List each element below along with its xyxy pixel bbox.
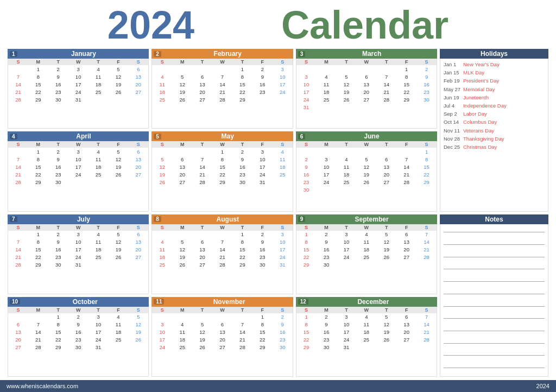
- day-cell: 23: [296, 178, 317, 186]
- day-header: M: [172, 224, 192, 231]
- day-header: T: [48, 141, 68, 148]
- day-cell: 20: [356, 88, 376, 96]
- day-cell: [68, 178, 89, 186]
- day-header: T: [376, 59, 396, 65]
- day-cell: [416, 344, 437, 351]
- day-cell: 7: [212, 238, 232, 246]
- holiday-name: New Year's Day: [463, 60, 500, 68]
- day-header: T: [48, 224, 68, 231]
- day-cell: [152, 65, 172, 73]
- month-march: 3MarchSMTWTFS123456789101112131415161718…: [296, 49, 437, 129]
- day-header: T: [376, 224, 396, 231]
- month-header-april: 4April: [8, 131, 149, 141]
- day-cell: 30: [416, 96, 437, 103]
- day-cell: 19: [109, 163, 129, 170]
- month-grid: SMTWTFS123456789101112131415161718192021…: [8, 307, 149, 377]
- holiday-date: Jul 4: [444, 102, 461, 110]
- day-cell: 1: [252, 313, 273, 321]
- day-cell: 28: [416, 336, 437, 344]
- month-header-october: 10October: [8, 297, 149, 307]
- day-cell: 27: [128, 254, 148, 261]
- day-cell: 11: [336, 163, 356, 170]
- day-cell: [8, 231, 28, 238]
- day-cell: 1: [48, 313, 68, 321]
- day-cell: [336, 261, 356, 269]
- day-cell: 12: [172, 80, 192, 88]
- day-cell: [396, 344, 416, 351]
- day-header: S: [273, 141, 293, 148]
- day-header: T: [232, 307, 252, 313]
- day-cell: 31: [68, 96, 89, 103]
- day-header: S: [8, 224, 28, 231]
- day-cell: 17: [273, 246, 293, 254]
- holiday-date: Nov 11: [444, 127, 461, 135]
- notes-header: Notes: [440, 214, 548, 224]
- day-cell: 21: [212, 88, 232, 96]
- day-header: T: [336, 141, 356, 148]
- day-cell: [296, 148, 317, 155]
- day-cell: 28: [212, 96, 232, 103]
- day-cell: 24: [317, 178, 337, 186]
- day-header: S: [152, 224, 172, 231]
- day-cell: [396, 103, 416, 111]
- month-number: 4: [10, 134, 17, 140]
- day-cell: 19: [356, 170, 376, 178]
- day-header: T: [48, 307, 68, 313]
- day-header: S: [128, 141, 148, 148]
- day-cell: 29: [252, 344, 273, 351]
- day-cell: 25: [356, 254, 376, 261]
- day-cell: 11: [89, 155, 109, 163]
- month-grid: SMTWTFS123456789101112131415161718192021…: [8, 224, 149, 294]
- day-cell: 11: [89, 73, 109, 80]
- day-cell: [212, 65, 232, 73]
- holiday-name: Independence Day: [463, 102, 507, 110]
- day-cell: 30: [48, 178, 68, 186]
- day-cell: 16: [252, 80, 273, 88]
- day-cell: 25: [89, 254, 109, 261]
- day-cell: [89, 96, 109, 103]
- day-cell: 18: [89, 80, 109, 88]
- day-cell: 27: [8, 344, 28, 351]
- holiday-name: Veterans Day: [463, 127, 494, 135]
- note-line: [444, 368, 545, 368]
- day-cell: 13: [192, 80, 212, 88]
- day-cell: 15: [28, 246, 48, 254]
- day-cell: 14: [8, 163, 28, 170]
- day-cell: 6: [128, 231, 148, 238]
- day-cell: [336, 103, 356, 111]
- month-name: February: [165, 50, 291, 58]
- day-cell: 1: [28, 65, 48, 73]
- day-cell: 16: [273, 328, 293, 336]
- day-cell: 30: [273, 344, 293, 351]
- day-cell: 10: [68, 238, 89, 246]
- day-cell: 20: [128, 246, 148, 254]
- day-cell: 30: [68, 344, 89, 351]
- day-cell: 16: [232, 163, 252, 170]
- day-cell: 2: [68, 313, 89, 321]
- holiday-row: Feb 19President's Day: [444, 77, 545, 85]
- day-cell: 3: [336, 313, 356, 321]
- title-calendar: Calendar: [281, 5, 448, 45]
- holiday-date: Dec 25: [444, 143, 461, 151]
- day-cell: 9: [48, 238, 68, 246]
- day-cell: 10: [89, 321, 109, 328]
- day-cell: 3: [252, 148, 273, 155]
- month-grid: SMTWTFS123456789101112131415161718192021…: [296, 224, 437, 294]
- day-cell: 29: [296, 261, 317, 269]
- day-cell: 11: [152, 246, 172, 254]
- day-cell: 11: [356, 321, 376, 328]
- day-cell: 10: [273, 238, 293, 246]
- day-cell: 7: [232, 321, 252, 328]
- day-cell: [273, 178, 293, 186]
- day-cell: 9: [252, 238, 273, 246]
- day-cell: 15: [28, 163, 48, 170]
- day-cell: [212, 231, 232, 238]
- day-cell: 31: [252, 178, 273, 186]
- holiday-row: Nov 11Veterans Day: [444, 127, 545, 135]
- day-header: F: [252, 224, 273, 231]
- day-cell: 27: [396, 336, 416, 344]
- day-cell: 28: [28, 344, 48, 351]
- day-cell: [416, 261, 437, 269]
- note-line: [444, 257, 545, 257]
- day-cell: 2: [48, 65, 68, 73]
